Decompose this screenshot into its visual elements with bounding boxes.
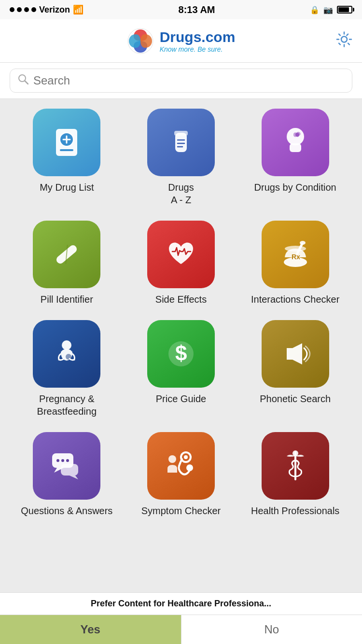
svg-point-35 (66, 459, 69, 462)
svg-rect-16 (290, 143, 301, 152)
pregnancy-icon (33, 320, 100, 388)
status-bar: Verizon 📶 8:13 AM 🔒 📷 (0, 0, 362, 19)
logo-text: Drugs.com Know more. Be sure. (160, 29, 236, 53)
logo: Drugs.com Know more. Be sure. (127, 28, 236, 55)
yes-button[interactable]: Yes (0, 615, 181, 644)
pill-identifier-icon (33, 221, 100, 288)
svg-point-41 (292, 450, 298, 456)
pill-identifier-label: Pill Identifier (41, 293, 93, 306)
lock-icon: 🔒 (310, 5, 320, 14)
svg-marker-32 (70, 476, 78, 479)
side-effects-icon (147, 221, 215, 288)
status-right: 🔒 📷 (310, 5, 352, 14)
interactions-checker-icon: Rx (262, 221, 329, 288)
search-input[interactable] (33, 74, 344, 87)
status-time: 8:13 AM (179, 4, 215, 15)
grid-item-drugs-az[interactable]: DrugsA - Z (129, 109, 234, 206)
questions-answers-icon (33, 432, 100, 500)
health-professionals-icon (262, 432, 329, 500)
grid-item-questions-answers[interactable]: Questions & Answers (14, 432, 119, 517)
svg-line-3 (25, 81, 28, 84)
logo-icon (127, 28, 154, 55)
svg-point-33 (56, 459, 59, 462)
wifi-icon: 📶 (73, 4, 84, 15)
grid-item-my-drug-list[interactable]: My Drug List (14, 109, 119, 206)
svg-point-23 (300, 241, 306, 245)
status-left: Verizon 📶 (10, 4, 84, 15)
grid-item-drugs-by-condition[interactable]: Drugs by Condition (243, 109, 348, 206)
search-icon (18, 74, 28, 87)
grid-item-symptom-checker[interactable]: Symptom Checker (129, 432, 234, 517)
prefer-content-text: Prefer Content for Healthcare Profession… (0, 593, 362, 615)
my-drug-list-label: My Drug List (40, 181, 94, 194)
bluetooth-icon: 📷 (323, 5, 333, 14)
price-guide-label: Price Guide (156, 392, 207, 405)
no-button[interactable]: No (181, 615, 362, 644)
svg-point-38 (186, 464, 193, 471)
logo-title: Drugs.com (160, 29, 236, 45)
grid-item-side-effects[interactable]: Side Effects (129, 221, 234, 306)
grid-item-phonetic-search[interactable]: Phonetic Search (243, 320, 348, 418)
symptom-checker-label: Symptom Checker (141, 504, 221, 517)
drugs-by-condition-label: Drugs by Condition (254, 181, 336, 194)
search-bar-container (0, 63, 362, 99)
grid-item-health-professionals[interactable]: Health Professionals (243, 432, 348, 517)
health-professionals-label: Health Professionals (251, 504, 339, 517)
grid-item-price-guide[interactable]: $ Price Guide (129, 320, 234, 418)
features-grid: My Drug List DrugsA - Z (14, 109, 348, 517)
drugs-az-label: DrugsA - Z (168, 181, 194, 206)
svg-rect-9 (60, 149, 73, 151)
phonetic-search-label: Phonetic Search (260, 392, 331, 405)
drugs-by-condition-icon (262, 109, 329, 176)
svg-rect-11 (174, 131, 188, 136)
svg-text:$: $ (175, 341, 187, 365)
app-header: Drugs.com Know more. Be sure. (0, 19, 362, 63)
bottom-bar: Prefer Content for Healthcare Profession… (0, 592, 362, 644)
svg-point-1 (341, 36, 347, 42)
my-drug-list-icon (33, 109, 100, 176)
pregnancy-label: Pregnancy & Breastfeeding (14, 392, 119, 418)
logo-subtitle: Know more. Be sure. (160, 45, 236, 53)
questions-answers-label: Questions & Answers (21, 504, 112, 517)
carrier-label: Verizon (39, 5, 70, 15)
svg-point-21 (285, 246, 306, 252)
grid-item-interactions-checker[interactable]: Rx Interactions Checker (243, 221, 348, 306)
settings-button[interactable] (336, 31, 352, 51)
svg-point-39 (168, 455, 176, 463)
svg-point-25 (62, 340, 71, 350)
side-effects-label: Side Effects (155, 293, 207, 306)
phonetic-search-icon (262, 320, 329, 388)
svg-text:Rx: Rx (292, 253, 300, 261)
search-wrap[interactable] (10, 69, 352, 93)
svg-point-34 (61, 459, 64, 462)
svg-rect-31 (61, 464, 78, 476)
drugs-az-icon (147, 109, 215, 176)
gear-icon (336, 31, 352, 47)
yes-no-row: Yes No (0, 615, 362, 644)
features-grid-container: My Drug List DrugsA - Z (0, 99, 362, 592)
signal-dots (10, 7, 36, 12)
svg-point-37 (184, 455, 188, 459)
grid-item-pill-identifier[interactable]: Pill Identifier (14, 221, 119, 306)
battery-indicator (337, 6, 352, 14)
price-guide-icon: $ (147, 320, 215, 388)
grid-item-pregnancy[interactable]: Pregnancy & Breastfeeding (14, 320, 119, 418)
interactions-checker-label: Interactions Checker (251, 293, 339, 306)
symptom-checker-icon (147, 432, 215, 500)
